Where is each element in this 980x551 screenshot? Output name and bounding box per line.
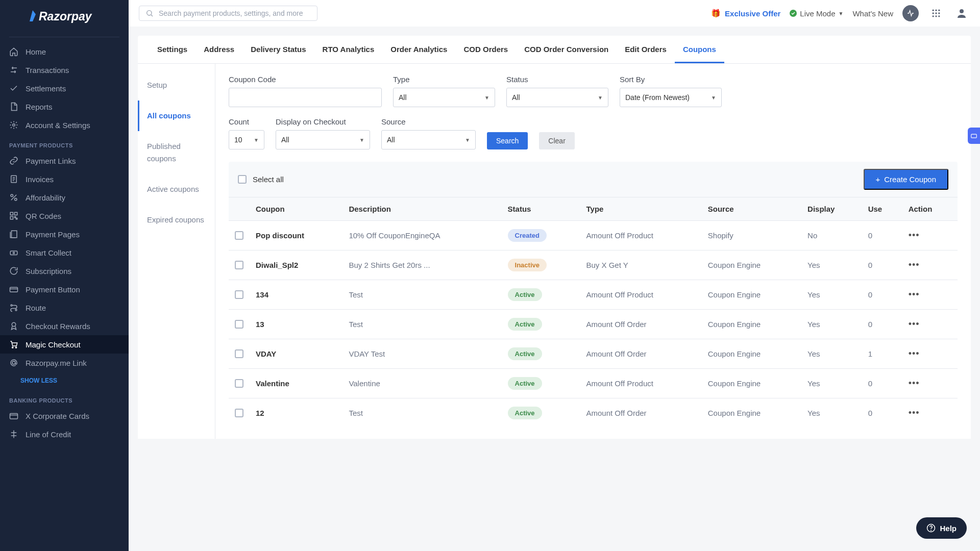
search-wrap[interactable] <box>139 6 317 21</box>
type-select[interactable]: All▼ <box>393 88 495 107</box>
coupon-cell[interactable]: Diwali_Spl2 <box>250 251 342 280</box>
row-action-menu[interactable]: ••• <box>909 348 920 359</box>
coupon-code-input[interactable] <box>229 88 382 107</box>
sidebar-item-razorpay-me-link[interactable]: Razorpay.me Link <box>0 354 129 372</box>
apps-icon[interactable] <box>928 5 944 21</box>
subnav-item-setup[interactable]: Setup <box>138 70 215 101</box>
sidebar-item-settlements[interactable]: Settlements <box>0 79 129 97</box>
sidebar-item-payment-pages[interactable]: Payment Pages <box>0 225 129 243</box>
coupon-cell[interactable]: 13 <box>250 310 342 339</box>
tab-delivery-status[interactable]: Delivery Status <box>242 36 314 63</box>
sidebar-item-subscriptions[interactable]: Subscriptions <box>0 262 129 280</box>
sidebar-item-transactions[interactable]: Transactions <box>0 61 129 79</box>
sidebar-item-smart-collect[interactable]: Smart Collect <box>0 243 129 262</box>
status-label: Status <box>506 75 608 84</box>
display-label: Display on Checkout <box>276 117 370 126</box>
row-action-menu[interactable]: ••• <box>909 260 920 270</box>
row-checkbox[interactable] <box>235 290 243 299</box>
row-action-menu[interactable]: ••• <box>909 230 920 240</box>
gift-icon: 🎁 <box>711 9 721 18</box>
type-cell: Amount Off Order <box>580 310 701 339</box>
sidebar-item-invoices[interactable]: Invoices <box>0 170 129 188</box>
source-select[interactable]: All▼ <box>381 130 476 149</box>
row-action-menu[interactable]: ••• <box>909 319 920 329</box>
sidebar-item-payment-button[interactable]: Payment Button <box>0 280 129 298</box>
subnav-item-all-coupons[interactable]: All coupons <box>138 101 215 131</box>
sidebar-item-account-settings[interactable]: Account & Settings <box>0 116 129 134</box>
tab-settings[interactable]: Settings <box>149 36 195 63</box>
svg-rect-33 <box>971 134 977 138</box>
sidebar-item-magic-checkout[interactable]: Magic Checkout <box>0 335 129 354</box>
row-action-menu[interactable]: ••• <box>909 408 920 418</box>
tab-address[interactable]: Address <box>195 36 242 63</box>
row-action-menu[interactable]: ••• <box>909 378 920 388</box>
select-all[interactable]: Select all <box>238 175 284 184</box>
sidebar-item-payment-links[interactable]: Payment Links <box>0 152 129 170</box>
sidebar-item-x-corporate-cards[interactable]: X Corporate Cards <box>0 407 129 425</box>
show-less-link[interactable]: SHOW LESS <box>0 372 129 389</box>
live-mode-toggle[interactable]: Live Mode ▼ <box>790 9 843 18</box>
coupon-cell[interactable]: Pop discount <box>250 221 342 251</box>
row-checkbox[interactable] <box>235 349 243 358</box>
source-cell: Coupon Engine <box>702 339 801 369</box>
row-checkbox[interactable] <box>235 409 243 417</box>
count-select[interactable]: 10▼ <box>229 130 264 149</box>
exclusive-offer-link[interactable]: 🎁 Exclusive Offer <box>711 9 780 18</box>
display-select[interactable]: All▼ <box>276 130 370 149</box>
column-header: Action <box>902 197 958 221</box>
activity-icon[interactable] <box>902 5 919 21</box>
help-button[interactable]: Help <box>916 517 967 539</box>
row-action-menu[interactable]: ••• <box>909 289 920 299</box>
tab-cod-orders[interactable]: COD Orders <box>455 36 516 63</box>
table-row: VDAY VDAY Test Active Amount Off Order C… <box>229 339 958 369</box>
tab-cod-order-conversion[interactable]: COD Order Conversion <box>516 36 617 63</box>
sidebar: Razorpay HomeTransactionsSettlementsRepo… <box>0 0 129 551</box>
tab-order-analytics[interactable]: Order Analytics <box>382 36 455 63</box>
row-checkbox[interactable] <box>235 320 243 329</box>
sidebar-item-line-of-credit[interactable]: Line of Credit <box>0 425 129 443</box>
clear-button[interactable]: Clear <box>539 132 574 149</box>
tab-edit-orders[interactable]: Edit Orders <box>617 36 675 63</box>
search-input[interactable] <box>159 9 311 17</box>
row-checkbox[interactable] <box>235 231 243 240</box>
side-widget-button[interactable] <box>968 128 980 144</box>
sidebar-item-affordability[interactable]: Affordability <box>0 188 129 207</box>
sort-label: Sort By <box>620 75 722 84</box>
sidebar-item-label: Payment Links <box>26 157 76 165</box>
coupon-cell[interactable]: 134 <box>250 280 342 310</box>
status-select[interactable]: All▼ <box>506 88 608 107</box>
collect-icon <box>9 248 18 257</box>
sidebar-item-route[interactable]: Route <box>0 298 129 317</box>
coupon-cell[interactable]: VDAY <box>250 339 342 369</box>
sidebar-item-home[interactable]: Home <box>0 42 129 61</box>
coupon-cell[interactable]: 12 <box>250 398 342 428</box>
coupon-cell[interactable]: Valentine <box>250 369 342 398</box>
file-icon <box>9 102 18 111</box>
sidebar-item-qr-codes[interactable]: QR Codes <box>0 207 129 225</box>
divider <box>9 37 119 37</box>
use-cell: 0 <box>862 369 902 398</box>
svg-point-14 <box>12 322 16 327</box>
chevron-down-icon: ▼ <box>598 95 603 101</box>
search-button[interactable]: Search <box>487 132 528 149</box>
subnav-item-expired-coupons[interactable]: Expired coupons <box>138 205 215 235</box>
user-icon[interactable] <box>953 5 970 21</box>
tab-rto-analytics[interactable]: RTO Analytics <box>314 36 383 63</box>
tab-coupons[interactable]: Coupons <box>675 36 724 63</box>
sidebar-item-label: Checkout Rewards <box>26 322 90 331</box>
sort-select[interactable]: Date (From Newest)▼ <box>620 88 722 107</box>
status-badge: Active <box>508 347 542 360</box>
select-all-checkbox[interactable] <box>238 175 247 184</box>
row-checkbox[interactable] <box>235 261 243 269</box>
row-checkbox[interactable] <box>235 379 243 388</box>
sidebar-item-reports[interactable]: Reports <box>0 97 129 116</box>
type-cell: Amount Off Order <box>580 339 701 369</box>
source-cell: Coupon Engine <box>702 398 801 428</box>
type-cell: Buy X Get Y <box>580 251 701 280</box>
subnav-item-active-coupons[interactable]: Active coupons <box>138 174 215 205</box>
create-coupon-button[interactable]: + Create Coupon <box>864 169 949 190</box>
subnav-item-published-coupons[interactable]: Published coupons <box>138 131 215 174</box>
sidebar-item-checkout-rewards[interactable]: Checkout Rewards <box>0 317 129 335</box>
whats-new-link[interactable]: What's New <box>852 9 893 18</box>
logo[interactable]: Razorpay <box>0 9 129 34</box>
